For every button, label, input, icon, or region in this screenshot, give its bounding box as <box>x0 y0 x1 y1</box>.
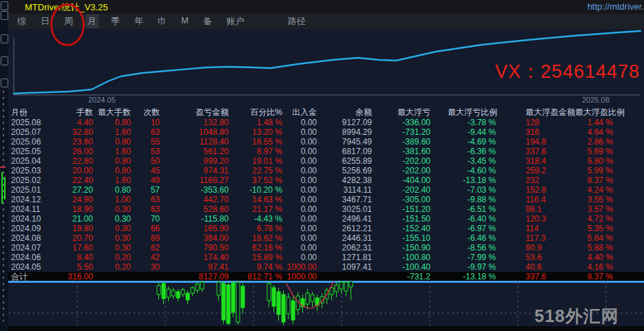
table-cell: 42 <box>136 253 167 262</box>
table-cell: 5.88 % <box>575 243 644 253</box>
table-cell: 40.6 <box>513 262 575 272</box>
vx-contact-label: VX：254614478 <box>495 59 640 84</box>
table-cell: 6817.09 <box>327 147 386 156</box>
table-cell: 8994.29 <box>327 127 386 137</box>
table-cell: 1000.00 <box>286 262 327 272</box>
table-cell: -202.40 <box>386 185 448 195</box>
table-cell: 114 <box>513 224 575 233</box>
table-cell: 90.9 <box>513 243 575 253</box>
table-row[interactable]: 2025.0623.600.80551128.4016.55 %0.007945… <box>8 137 644 147</box>
table-row[interactable]: 2025.0526.001.6053561.208.97 %0.006817.0… <box>8 147 644 156</box>
menu-item-周[interactable]: 周 <box>62 14 75 28</box>
table-cell: 2024.10 <box>8 214 58 224</box>
table-cell: 384.00 <box>167 233 232 243</box>
table-cell: 37.52 % <box>232 175 286 185</box>
table-cell <box>96 272 136 281</box>
table-header-row: 月份手数最大手数次数盈亏金额百分比%出入金余额最大浮亏最大浮亏比例最大浮盈金额最… <box>8 107 644 118</box>
table-cell: 2025.05 <box>8 147 58 156</box>
table-cell: 0.00 <box>286 224 327 233</box>
table-cell: 2024.08 <box>8 233 58 243</box>
menu-item-巾[interactable]: 巾 <box>156 14 169 28</box>
x-axis-start-label: 2024.05 <box>88 96 116 104</box>
table-cell: 45 <box>136 166 167 175</box>
table-row[interactable]: 2025.0422.800.8050999.2019.01 %0.006255.… <box>8 156 644 166</box>
table-row[interactable]: 2025.0732.801.60631048.8013.20 %0.008994… <box>8 127 644 137</box>
table-cell: 259.2 <box>513 166 575 175</box>
table-cell: 8.40 <box>58 253 96 262</box>
table-cell: 2025.02 <box>8 175 58 185</box>
table-cell: 最大浮盈金额 <box>513 107 575 118</box>
table-cell <box>136 272 167 281</box>
table-row[interactable]: 2024.0919.800.3066165.906.78 %0.002612.2… <box>8 224 644 233</box>
menu-item-季[interactable]: 季 <box>109 14 122 28</box>
table-cell: 0.20 <box>96 262 136 272</box>
menu-item-月[interactable]: 月 <box>85 14 98 28</box>
table-row[interactable]: 2024.1118.900.3063528.6021.17 %0.003025.… <box>8 204 644 214</box>
table-cell: 6255.89 <box>327 156 386 166</box>
table-cell: 22.80 <box>58 156 96 166</box>
table-cell: 57 <box>136 185 167 195</box>
table-cell: 3.55 % <box>575 195 644 204</box>
table-cell: 22.75 % <box>232 166 286 175</box>
table-row[interactable]: 2024.0717.600.3062790.5062.16 %0.002062.… <box>8 243 644 253</box>
candle-fragment <box>4 177 6 200</box>
table-row[interactable]: 2025.084.400.8010132.801.48 %0.009127.09… <box>8 118 644 127</box>
table-cell: 18.90 <box>58 204 96 214</box>
table-row[interactable]: 2024.055.500.203097.419.74 %1000.001097.… <box>8 262 644 272</box>
app-window: MTDriver统计_V3.25 http://mtdriver. 综日周月季年… <box>0 0 644 331</box>
table-row[interactable]: 2025.0320.000.8045974.3122.75 %0.005256.… <box>8 166 644 175</box>
table-cell: 812.71 % <box>232 272 286 281</box>
table-cell: -6.46 % <box>448 233 513 243</box>
table-row[interactable]: 2025.0222.401.60491168.2737.52 %0.004282… <box>8 175 644 185</box>
toolbar-fragment-icon <box>1 11 8 20</box>
table-cell: -9.88 % <box>448 195 513 204</box>
table-cell: -7.99 % <box>448 253 513 262</box>
menu-item-年[interactable]: 年 <box>132 14 145 28</box>
table-cell: 116.4 <box>513 195 575 204</box>
table-row[interactable]: 2025.0127.200.8057-353.60-10.20 %0.00311… <box>8 185 644 195</box>
menu-items: 综日周月季年巾M备账户 <box>15 14 257 28</box>
menu-item-账户[interactable]: 账户 <box>225 14 247 28</box>
table-cell: 5.50 <box>58 262 96 272</box>
table-cell: 26.00 <box>58 147 96 156</box>
table-cell: 55 <box>136 137 167 147</box>
table-cell: 4282.38 <box>327 175 386 185</box>
menu-item-path[interactable]: 路径 <box>286 14 308 28</box>
x-axis-end-label: 2025.08 <box>582 96 610 104</box>
table-cell: 21.00 <box>58 214 96 224</box>
table-cell: 0.00 <box>286 195 327 204</box>
table-cell: 128 <box>513 118 575 127</box>
table-row[interactable]: 2024.068.400.2042174.4015.89 %0.001271.8… <box>8 253 644 262</box>
table-cell: 余额 <box>327 107 386 118</box>
toolbar-fragment-icon <box>1 56 8 65</box>
menu-item-日[interactable]: 日 <box>39 14 52 28</box>
menu-bar: 综日周月季年巾M备账户 路径 <box>0 14 644 29</box>
table-cell: 0.30 <box>96 224 136 233</box>
table-cell: 1168.27 <box>167 175 232 185</box>
table-cell: 2025.07 <box>8 127 58 137</box>
table-row[interactable]: 2024.0820.700.3069384.0018.62 %0.002446.… <box>8 233 644 243</box>
table-cell: -13.18 % <box>448 175 513 185</box>
table-row[interactable]: 2024.1224.901.0063442.7014.63 %0.003467.… <box>8 195 644 204</box>
menu-item-备[interactable]: 备 <box>201 14 214 28</box>
table-row[interactable]: 2024.1021.000.3070-115.80-4.43 %0.002496… <box>8 214 644 224</box>
table-cell: 132.80 <box>167 118 232 127</box>
table-cell: 8.37 % <box>575 272 644 281</box>
table-cell: 27.20 <box>58 185 96 195</box>
toolbar-fragment-icon <box>1 34 8 43</box>
candles-group <box>157 281 353 325</box>
table-cell: -10.20 % <box>232 185 286 195</box>
table-cell: 2024.07 <box>8 243 58 253</box>
table-cell: 337.6 <box>513 272 575 281</box>
menu-item-综[interactable]: 综 <box>15 14 28 28</box>
table-cell: -4.43 % <box>232 214 286 224</box>
menu-item-M[interactable]: M <box>179 14 191 28</box>
table-cell: 2062.31 <box>327 243 386 253</box>
table-cell: 最大浮亏比例 <box>448 107 513 118</box>
table-cell: 97.41 <box>167 262 232 272</box>
table-cell <box>327 272 386 281</box>
table-cell: 8.37 % <box>575 175 644 185</box>
table-cell: 22.40 <box>58 175 96 185</box>
table-cell: 1.48 % <box>232 118 286 127</box>
website-link[interactable]: http://mtdriver. <box>588 1 644 12</box>
